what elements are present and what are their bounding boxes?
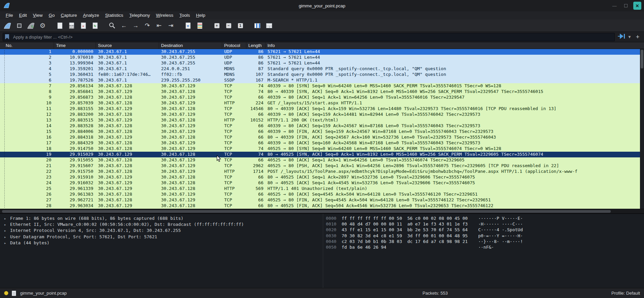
menu-wireless[interactable]: Wireless	[153, 11, 177, 19]
column-header-protocol[interactable]: Protocol	[222, 42, 246, 49]
reload-file-icon[interactable]: ↻	[90, 21, 100, 30]
capture-options-icon[interactable]: ⚙	[38, 21, 47, 30]
auto-scroll-icon[interactable]	[195, 21, 204, 30]
stop-capture-icon[interactable]	[14, 21, 24, 30]
menu-analyze[interactable]: Analyze	[80, 11, 102, 19]
expand-arrow-icon[interactable]: ▸	[4, 216, 10, 221]
go-back-icon[interactable]: ←	[119, 21, 129, 30]
save-file-icon[interactable]: 01011010	[67, 21, 76, 30]
column-header-length[interactable]: Length	[246, 42, 265, 49]
packet-row-18[interactable]: 1829.91475030.243.67.12830.243.67.129TCP…	[0, 146, 644, 152]
column-header-info[interactable]: Info	[265, 42, 644, 49]
column-header-destination[interactable]: Destination	[159, 42, 222, 49]
menu-tools[interactable]: Tools	[177, 11, 193, 19]
capture-file-icon[interactable]	[12, 291, 16, 296]
menu-help[interactable]: Help	[193, 11, 208, 19]
packet-row-6[interactable]: 619.78752630.243.67.1239.255.255.250SSDP…	[0, 78, 644, 83]
menu-go[interactable]: Go	[46, 11, 58, 19]
packet-row-17[interactable]: 1729.88432930.243.67.12830.243.67.129TCP…	[0, 140, 644, 146]
resize-columns-icon[interactable]	[253, 21, 262, 30]
add-filter-button[interactable]: +	[634, 33, 641, 41]
packet-row-7[interactable]: 729.85613430.243.67.12830.243.67.129TCP7…	[0, 83, 644, 89]
packet-row-27[interactable]: 2729.96272130.243.67.12830.243.67.129TCP…	[0, 197, 644, 203]
packet-row-24[interactable]: 2429.91603230.243.67.12930.243.67.128TCP…	[0, 180, 644, 186]
packet-row-25[interactable]: 2529.96133930.243.67.12930.243.67.128HTT…	[0, 186, 644, 192]
detail-line-3[interactable]: ▸User Datagram Protocol, Src Port: 57621…	[4, 234, 323, 240]
menu-statistics[interactable]: Statistics	[102, 11, 126, 19]
packet-row-16[interactable]: 1629.88431830.243.67.12930.243.67.128TCP…	[0, 135, 644, 140]
packet-row-23[interactable]: 2329.91591030.243.67.12930.243.67.128TCP…	[0, 175, 644, 180]
packet-row-21[interactable]: 2129.91560730.243.67.12830.243.67.129TCP…	[0, 163, 644, 169]
find-packet-icon[interactable]	[107, 21, 117, 30]
cell-dst: 30.243.67.129	[159, 192, 222, 197]
detail-line-0[interactable]: ▸Frame 1: 86 bytes on wire (688 bits), 8…	[4, 215, 323, 221]
menu-capture[interactable]: Capture	[58, 11, 80, 19]
restart-capture-icon[interactable]: ↻	[26, 21, 36, 30]
detail-line-2[interactable]: ▸Internet Protocol Version 4, Src: 30.24…	[4, 228, 323, 234]
packet-row-26[interactable]: 2629.96138330.243.67.12830.243.67.129TCP…	[0, 192, 644, 197]
packet-row-2[interactable]: 210.97601030.243.67.130.243.67.255UDP865…	[0, 55, 644, 60]
packet-row-4[interactable]: 419.35920130.243.67.1224.0.0.251MDNS87St…	[0, 66, 644, 72]
packet-row-8[interactable]: 829.85684130.243.67.12930.243.67.128TCP7…	[0, 89, 644, 95]
zoom-in-icon[interactable]: +	[212, 21, 221, 30]
zoom-reset-icon[interactable]: 1	[236, 21, 245, 30]
packet-bytes-pane[interactable]: 0000 ff ff ff ff ff ff 00 50 56 c0 00 02…	[323, 214, 644, 288]
cell-src: 30.243.67.128	[96, 83, 159, 89]
statusbar-profile[interactable]: Profile: Default	[611, 291, 640, 296]
cell-len: 66	[246, 140, 265, 146]
go-first-icon[interactable]: ⇤	[154, 21, 164, 30]
packet-row-3[interactable]: 313.99930430.243.67.130.243.67.255UDP865…	[0, 60, 644, 66]
detail-line-1[interactable]: ▸Ethernet II, Src: VMware_c0:00:02 (00:5…	[4, 221, 323, 228]
display-filter-input[interactable]	[3, 33, 615, 41]
packet-row-22[interactable]: 2229.91575030.243.67.12830.243.67.129HTT…	[0, 169, 644, 175]
go-to-packet-icon[interactable]: ↷	[143, 21, 152, 30]
cell-len: 1714	[246, 169, 265, 175]
menu-view[interactable]: View	[30, 11, 46, 19]
expand-arrow-icon[interactable]: ▸	[4, 222, 10, 228]
colorize-packets-icon[interactable]: ▼	[183, 21, 193, 30]
packet-row-9[interactable]: 929.85687330.243.67.12830.243.67.129TCP6…	[0, 95, 644, 100]
menu-edit[interactable]: Edit	[16, 11, 30, 19]
maximize-button[interactable]	[622, 2, 630, 10]
filter-dropdown-caret-icon[interactable]: ▼	[628, 35, 632, 39]
minimize-button[interactable]: —	[610, 2, 618, 10]
packet-row-12[interactable]: 1229.88320030.243.67.12830.243.67.129TCP…	[0, 112, 644, 117]
packet-row-1[interactable]: 10.00000030.243.67.130.243.67.255UDP8657…	[0, 49, 644, 55]
packet-row-28[interactable]: 2829.96303430.243.67.12930.243.67.128TCP…	[0, 203, 644, 209]
column-header-no[interactable]: No.	[0, 42, 54, 49]
cell-dst: ff02::fb	[159, 72, 222, 78]
go-forward-icon[interactable]: →	[131, 21, 140, 30]
close-button[interactable]: ✕	[633, 2, 641, 10]
expand-arrow-icon[interactable]: ▸	[4, 228, 10, 234]
packet-row-19[interactable]: 1929.91502930.243.67.12930.243.67.128TCP…	[0, 152, 644, 157]
expand-arrow-icon[interactable]: ▸	[4, 240, 10, 246]
packet-row-13[interactable]: 1329.88351530.243.67.12930.243.67.128HTT…	[0, 117, 644, 123]
apply-filter-icon[interactable]	[617, 34, 625, 40]
layout-icon[interactable]	[264, 21, 274, 30]
column-header-source[interactable]: Source	[96, 42, 159, 49]
expert-info-icon[interactable]	[4, 291, 8, 295]
open-file-icon[interactable]	[55, 21, 64, 30]
packet-details-pane[interactable]: ▸Frame 1: 86 bytes on wire (688 bits), 8…	[0, 214, 323, 288]
packet-row-15[interactable]: 1529.88400630.243.67.12830.243.67.129TCP…	[0, 129, 644, 135]
packet-row-14[interactable]: 1429.88352830.243.67.12830.243.67.129TCP…	[0, 123, 644, 129]
cell-src: 30.243.67.129	[96, 175, 159, 180]
menu-telephony[interactable]: Telephony	[126, 11, 153, 19]
close-file-icon[interactable]: ✕	[79, 21, 88, 30]
expand-arrow-icon[interactable]: ▸	[4, 234, 10, 240]
zoom-out-icon[interactable]: −	[224, 21, 233, 30]
packet-row-11[interactable]: 1129.88315530.243.67.12930.243.67.128TCP…	[0, 106, 644, 112]
packet-row-20[interactable]: 2029.91505530.243.67.12830.243.67.129TCP…	[0, 157, 644, 163]
packet-row-10[interactable]: 1029.85703930.243.67.12830.243.67.129HTT…	[0, 100, 644, 106]
vertical-scrollbar-thumb[interactable]	[641, 50, 643, 68]
detail-line-4[interactable]: ▸Data (44 bytes)	[4, 240, 323, 246]
horizontal-scrollbar-thumb[interactable]	[2, 210, 611, 213]
menu-file[interactable]: File	[3, 11, 16, 19]
packet-row-5[interactable]: 519.360431fe80::1a67:17de:746…ff02::fbMD…	[0, 72, 644, 78]
cell-proto: SSDP	[222, 78, 246, 83]
go-last-icon[interactable]: ⇥	[166, 21, 176, 30]
start-capture-icon[interactable]	[3, 21, 12, 30]
vertical-scrollbar[interactable]	[640, 49, 644, 209]
column-header-time[interactable]: Time	[54, 42, 96, 49]
horizontal-scrollbar[interactable]	[0, 209, 644, 213]
